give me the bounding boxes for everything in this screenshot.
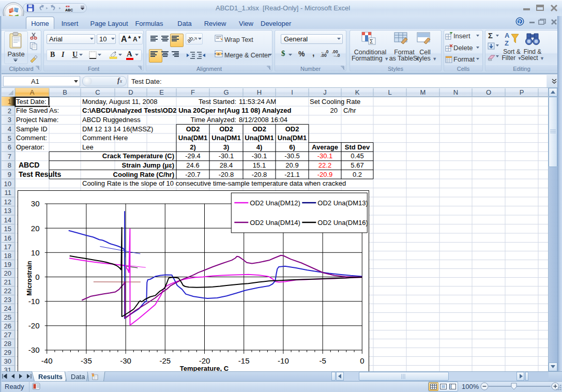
svg-text:0.45: 0.45 [351, 152, 363, 160]
svg-text:1: 1 [8, 98, 11, 105]
svg-text:10: 10 [4, 180, 11, 188]
svg-text:-25: -25 [159, 356, 171, 365]
svg-text:M: M [420, 88, 426, 96]
svg-text:2: 2 [8, 107, 11, 115]
svg-text:OD2: OD2 [219, 125, 233, 133]
svg-text:-15: -15 [238, 356, 250, 365]
svg-text:Sample ID: Sample ID [16, 125, 48, 133]
svg-text:2): 2) [190, 143, 196, 151]
svg-text:ABC: ABC [65, 8, 73, 12]
svg-text:Una(DM1: Una(DM1 [178, 134, 207, 142]
svg-text:C: C [95, 88, 100, 96]
svg-text:E: E [159, 88, 164, 96]
svg-text:25: 25 [4, 313, 11, 321]
svg-text:G: G [223, 88, 229, 96]
svg-text:B: B [63, 88, 67, 96]
svg-text:OD2 Una(DM13): OD2 Una(DM13) [317, 199, 368, 207]
svg-text:23: 23 [4, 296, 11, 304]
svg-text:6: 6 [8, 143, 11, 151]
svg-text:-20: -20 [199, 356, 210, 365]
svg-text:Una(DM1: Una(DM1 [245, 134, 274, 142]
svg-text:15: 15 [4, 225, 11, 233]
svg-text:Cooling Rate (C/hr): Cooling Rate (C/hr) [113, 171, 174, 178]
svg-text:Time Analyzed:: Time Analyzed: [191, 116, 236, 124]
svg-text:C/hr: C/hr [343, 107, 356, 114]
svg-text:20.9: 20.9 [285, 161, 298, 169]
svg-text:16: 16 [4, 234, 11, 242]
svg-text:ab: ab [187, 35, 194, 43]
svg-text:I: I [291, 88, 293, 96]
svg-text:-20.9: -20.9 [317, 171, 333, 178]
svg-text:Lee: Lee [82, 143, 94, 151]
svg-text:OD2 Una(DM16): OD2 Una(DM16) [317, 219, 368, 227]
svg-text:18: 18 [4, 252, 11, 260]
svg-text:27: 27 [4, 331, 11, 339]
svg-text:4: 4 [8, 125, 11, 133]
svg-text:0.2: 0.2 [353, 171, 362, 178]
svg-text:-5: -5 [319, 356, 326, 365]
svg-text:28: 28 [4, 340, 11, 348]
svg-text:C:\ABCD\Analyzed Tests\OD2 Una: C:\ABCD\Analyzed Tests\OD2 Una 20Cper hr… [82, 107, 292, 114]
svg-text:L: L [388, 88, 391, 96]
svg-text:19: 19 [4, 261, 11, 268]
svg-text:-30.1: -30.1 [219, 152, 234, 160]
svg-text:O: O [486, 88, 491, 96]
svg-text:0: 0 [360, 356, 364, 365]
svg-text:5: 5 [8, 134, 11, 142]
svg-text:A: A [30, 88, 35, 96]
svg-text:-20.8: -20.8 [252, 171, 267, 178]
svg-text:20: 20 [330, 107, 338, 114]
svg-text:3: 3 [8, 116, 11, 124]
svg-text:-30.1: -30.1 [317, 152, 333, 160]
svg-text:11:53:24 AM: 11:53:24 AM [239, 98, 276, 105]
svg-text:7: 7 [8, 153, 11, 160]
svg-text:5.67: 5.67 [351, 161, 363, 169]
svg-text:F: F [191, 88, 195, 96]
svg-text:22.2: 22.2 [318, 161, 331, 169]
svg-text:14: 14 [4, 216, 11, 224]
svg-text:30: 30 [4, 357, 11, 365]
svg-text:-30.1: -30.1 [252, 152, 267, 160]
svg-text:24.6: 24.6 [186, 161, 199, 169]
svg-text:Crack Temperature (C): Crack Temperature (C) [102, 152, 174, 160]
svg-text:-10: -10 [28, 297, 40, 306]
svg-text:Test Results: Test Results [19, 170, 61, 178]
svg-text:OD2: OD2 [252, 125, 266, 133]
svg-text:Test Started:: Test Started: [199, 98, 236, 105]
svg-text:-35: -35 [81, 356, 92, 365]
svg-text:-20: -20 [28, 321, 40, 330]
svg-text:21: 21 [4, 278, 11, 286]
svg-text:«»: «» [66, 5, 70, 8]
svg-text:OD2: OD2 [186, 125, 200, 133]
svg-text:31: 31 [4, 366, 11, 371]
svg-text:4): 4) [256, 143, 263, 151]
svg-text:8/12/2008 16:04: 8/12/2008 16:04 [239, 116, 287, 124]
svg-text:D: D [128, 88, 133, 96]
svg-text:Monday, August 11, 2008: Monday, August 11, 2008 [82, 98, 158, 105]
svg-text:Test Date:: Test Date: [16, 98, 47, 105]
svg-text:-30: -30 [120, 356, 131, 365]
svg-text:OD2 Una(DM12): OD2 Una(DM12) [250, 199, 300, 207]
svg-text:ABCD Ruggedness: ABCD Ruggedness [82, 116, 141, 124]
svg-text:11: 11 [5, 189, 12, 197]
svg-text:DM 12 13 14 16(MSSZ): DM 12 13 14 16(MSSZ) [82, 125, 153, 133]
svg-text:26: 26 [4, 322, 11, 330]
svg-text:Strain Jump (με): Strain Jump (με) [121, 161, 174, 169]
svg-text:Σ: Σ [370, 38, 373, 44]
svg-text:K: K [355, 88, 360, 96]
svg-text:P: P [520, 88, 524, 96]
svg-text:-21.1: -21.1 [284, 171, 300, 178]
svg-text:30: 30 [31, 199, 40, 208]
svg-text:12: 12 [4, 198, 11, 206]
svg-text:22: 22 [4, 287, 11, 295]
svg-text:28.4: 28.4 [220, 161, 233, 169]
svg-text:0: 0 [35, 273, 39, 281]
svg-text:Average: Average [312, 143, 338, 151]
svg-text:-30: -30 [28, 345, 40, 354]
svg-text:20: 20 [31, 224, 40, 233]
svg-text:-20.7: -20.7 [185, 171, 201, 178]
svg-text:24: 24 [4, 305, 11, 312]
svg-text:Comment Here: Comment Here [82, 134, 128, 142]
svg-text:OD2 Una(DM14): OD2 Una(DM14) [250, 219, 300, 227]
svg-text:8: 8 [8, 161, 11, 169]
